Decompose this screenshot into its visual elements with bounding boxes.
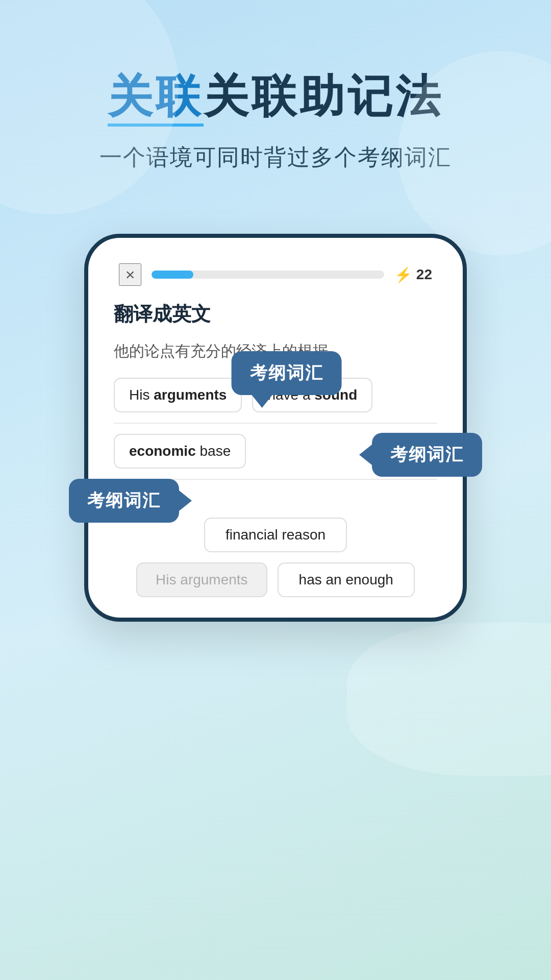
phone-status-bar: × ⚡ 22 <box>114 263 437 286</box>
divider-1 <box>114 423 437 424</box>
phone-frame: × ⚡ 22 翻译成英文 他的论点有充分的经济上的根据 His argument… <box>84 234 467 622</box>
option-his-arguments-dimmed[interactable]: His arguments <box>136 562 267 597</box>
progress-bar-container <box>152 271 384 279</box>
lightning-icon: ⚡ <box>394 266 412 283</box>
close-button[interactable]: × <box>119 263 141 286</box>
option-has-an-enough[interactable]: has an enough <box>278 562 415 597</box>
tooltip-vocabulary-2: 考纲词汇 <box>372 433 482 477</box>
score-area: ⚡ 22 <box>394 266 432 283</box>
bottom-options: financial reason His arguments has an en… <box>114 518 437 618</box>
tooltip-vocabulary-1: 考纲词汇 <box>232 351 342 395</box>
last-row: His arguments has an enough <box>136 562 415 597</box>
card-label: 翻译成英文 <box>114 301 437 327</box>
page-container: 关联关联助记法 一个语境可同时背过多个考纲词汇 考纲词汇 考纲词汇 考纲词汇 × <box>0 0 551 980</box>
bg-decoration-3 <box>347 623 551 776</box>
bold-economic: economic <box>129 443 196 459</box>
progress-bar-fill <box>152 271 193 279</box>
score-value: 22 <box>416 266 432 283</box>
answer-chip-economic[interactable]: economic base <box>114 434 246 469</box>
tooltip-vocabulary-3: 考纲词汇 <box>69 479 179 523</box>
option-financial-reason[interactable]: financial reason <box>204 518 347 552</box>
answer-chip-arguments[interactable]: His arguments <box>114 378 242 412</box>
close-icon: × <box>126 265 135 284</box>
phone-wrapper: 考纲词汇 考纲词汇 考纲词汇 × ⚡ 22 <box>84 234 467 622</box>
bold-arguments: arguments <box>154 387 227 403</box>
